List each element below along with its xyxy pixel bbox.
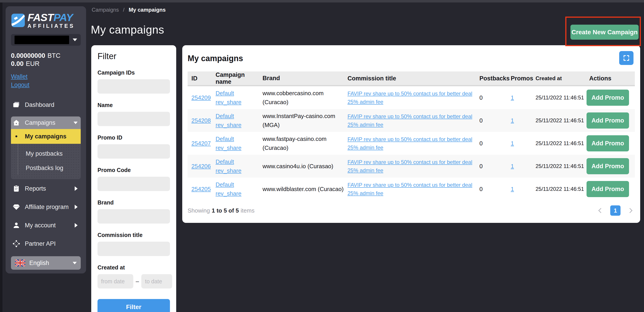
sidebar-item-my-campaigns[interactable]: • My campaigns xyxy=(11,129,81,144)
promo-id-input[interactable] xyxy=(98,144,170,159)
created-at-value: 25/11/2022 11:46:51 xyxy=(536,94,586,101)
brand-label: Brand xyxy=(98,199,170,206)
campaign-id-link[interactable]: 254207 xyxy=(192,140,211,147)
brand-input[interactable] xyxy=(98,209,170,224)
logo: FASTPAY AFFILIATES xyxy=(11,12,81,29)
sidebar-item-affiliate-program[interactable]: Affiliate program xyxy=(11,201,81,213)
commission-link-line1[interactable]: FAVIP rev share up to 50% contact us for… xyxy=(348,158,477,166)
partner-api-icon xyxy=(12,240,21,247)
date-to-input[interactable] xyxy=(141,274,172,288)
commission-title-input[interactable] xyxy=(98,242,170,256)
commission-link-line2[interactable]: 25% admin fee xyxy=(348,98,477,106)
campaign-name-link[interactable]: Default rev_share xyxy=(216,181,242,197)
brand-text: www.cobbercasino.com (Curacao) xyxy=(262,89,348,107)
table-row: 254209 Default rev_share www.cobbercasin… xyxy=(188,86,635,109)
fullscreen-icon xyxy=(623,54,630,62)
promos-link[interactable]: 1 xyxy=(511,94,514,101)
next-page-icon[interactable] xyxy=(628,208,632,213)
showing-suffix: items xyxy=(240,207,254,214)
commission-link-line2[interactable]: 25% admin fee xyxy=(348,143,477,152)
promos-link[interactable]: 1 xyxy=(511,186,514,192)
showing-summary: Showing1 to 5 of 5items xyxy=(188,207,254,214)
date-from-input[interactable] xyxy=(98,274,133,288)
postbacks-count: 0 xyxy=(480,163,511,170)
balance-block: 0.00000000BTC 0.00EUR xyxy=(11,52,81,68)
add-promo-button[interactable]: Add Promo xyxy=(586,181,629,197)
wallet-link[interactable]: Wallet xyxy=(11,73,81,81)
sidebar-nav: Dashboard Campaigns • My campaigns My po… xyxy=(11,99,81,250)
eur-balance: 0.00EUR xyxy=(11,60,81,68)
previous-page-icon[interactable] xyxy=(598,208,604,213)
sidebar-item-label: Reports xyxy=(25,185,46,192)
btc-unit: BTC xyxy=(48,52,60,59)
sidebar-item-my-postbacks[interactable]: My postbacks xyxy=(11,146,81,161)
pagination: 1 xyxy=(599,205,632,216)
campaign-name-link[interactable]: Default rev_share xyxy=(216,113,242,128)
breadcrumb-current: My campaigns xyxy=(128,7,166,13)
commission-link-line1[interactable]: FAVIP rev share up to 50% contact us for… xyxy=(348,112,477,120)
promo-code-input[interactable] xyxy=(98,177,170,191)
breadcrumb: Campaigns / My campaigns xyxy=(92,7,166,13)
campaigns-table-panel: My campaigns ID Campaign name Brand Comm… xyxy=(182,45,640,223)
commission-link-line1[interactable]: FAVIP rev share up to 50% contact us for… xyxy=(348,135,477,143)
btc-balance: 0.00000000BTC xyxy=(11,52,81,60)
promos-link[interactable]: 1 xyxy=(511,163,514,170)
sidebar-item-reports[interactable]: Reports xyxy=(11,182,81,195)
filter-submit-button[interactable]: Filter xyxy=(98,299,170,312)
commission-link-line2[interactable]: 25% admin fee xyxy=(348,120,477,129)
header-postbacks: Postbacks xyxy=(480,75,511,82)
logout-link[interactable]: Logout xyxy=(11,81,81,89)
commission-title-label: Commission title xyxy=(98,232,170,238)
postbacks-count: 0 xyxy=(480,140,511,147)
name-label: Name xyxy=(98,102,170,108)
header-campaign-name: Campaign name xyxy=(216,71,262,85)
table-row: 254207 Default rev_share www.fastpay-cas… xyxy=(188,132,635,155)
campaign-id-link[interactable]: 254206 xyxy=(192,163,211,170)
brand-text: www.fastpay-casino.com (Curacao) xyxy=(262,134,348,152)
create-new-campaign-button[interactable]: Create New Campaign xyxy=(570,25,639,40)
campaign-id-link[interactable]: 254209 xyxy=(192,94,211,101)
add-promo-button[interactable]: Add Promo xyxy=(586,158,629,174)
commission-link-line1[interactable]: FAVIP rev share up to 50% contact us for… xyxy=(348,89,477,98)
add-promo-button[interactable]: Add Promo xyxy=(586,135,629,151)
campaign-id-link[interactable]: 254205 xyxy=(192,186,211,192)
commission-link-line2[interactable]: 25% admin fee xyxy=(348,189,477,197)
account-selector[interactable] xyxy=(11,34,81,46)
person-icon xyxy=(12,222,21,229)
showing-range: 1 to 5 of 5 xyxy=(212,207,239,214)
campaigns-submenu: My postbacks Postbacks log xyxy=(11,144,81,179)
brand-text: www.wildblaster.com (Curacao) xyxy=(262,185,348,194)
language-selector[interactable]: English xyxy=(11,256,81,270)
promos-link[interactable]: 1 xyxy=(511,140,514,147)
sidebar-item-label: My postbacks xyxy=(26,150,62,157)
promo-code-label: Promo Code xyxy=(98,167,170,173)
name-input[interactable] xyxy=(98,112,170,126)
table-body: 254209 Default rev_share www.cobbercasin… xyxy=(188,86,635,201)
sidebar: FASTPAY AFFILIATES 0.00000000BTC 0.00EUR… xyxy=(6,6,86,273)
fullscreen-button[interactable] xyxy=(619,51,634,65)
table-header-row: ID Campaign name Brand Commission title … xyxy=(188,71,635,86)
campaign-name-link[interactable]: Default rev_share xyxy=(216,90,242,105)
add-promo-button[interactable]: Add Promo xyxy=(586,112,629,128)
header-created-at: Created at xyxy=(536,75,586,82)
campaign-ids-input[interactable] xyxy=(98,79,170,94)
campaigns-group: Campaigns • My campaigns My postbacks Po… xyxy=(11,116,81,179)
sidebar-item-dashboard[interactable]: Dashboard xyxy=(11,99,81,111)
sidebar-item-partner-api[interactable]: Partner API xyxy=(11,237,81,250)
diamond-icon xyxy=(12,203,21,211)
campaign-name-link[interactable]: Default rev_share xyxy=(216,135,242,151)
breadcrumb-parent[interactable]: Campaigns xyxy=(92,7,119,13)
promos-link[interactable]: 1 xyxy=(511,117,514,124)
btc-amount: 0.00000000 xyxy=(11,52,45,59)
sidebar-item-my-account[interactable]: My account xyxy=(11,219,81,232)
postbacks-count: 0 xyxy=(480,94,511,101)
add-promo-button[interactable]: Add Promo xyxy=(586,90,629,106)
sidebar-item-postbacks-log[interactable]: Postbacks log xyxy=(11,161,81,175)
commission-link-line1[interactable]: FAVIP rev share up to 50% contact us for… xyxy=(348,181,477,189)
campaign-name-link[interactable]: Default rev_share xyxy=(216,158,242,174)
campaign-id-link[interactable]: 254208 xyxy=(192,117,211,124)
commission-link-line2[interactable]: 25% admin fee xyxy=(348,166,477,175)
filter-panel: Filter Campaign IDs Name Promo ID Promo … xyxy=(91,45,176,312)
sidebar-item-campaigns[interactable]: Campaigns xyxy=(11,116,81,129)
page-number-button[interactable]: 1 xyxy=(610,205,620,216)
